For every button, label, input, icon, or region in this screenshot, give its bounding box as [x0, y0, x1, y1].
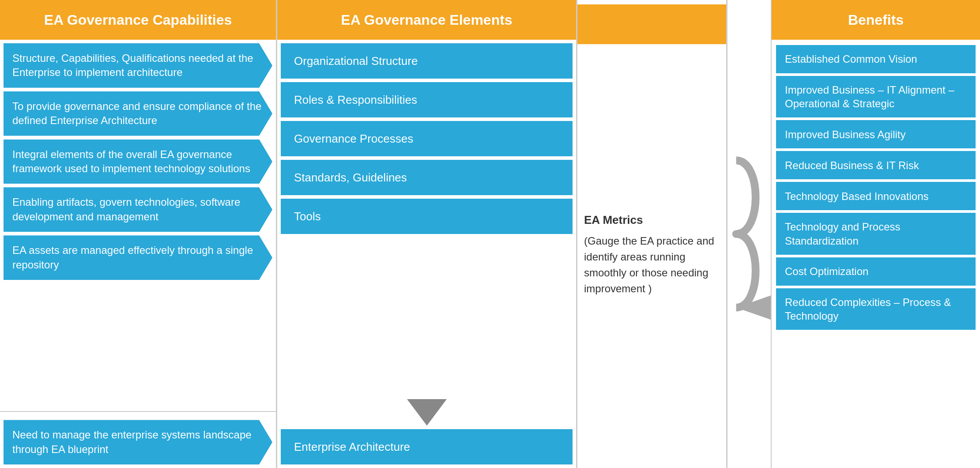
element-item-0: Organizational Structure: [281, 43, 573, 79]
benefit-item-1: Improved Business – IT Alignment – Opera…: [776, 76, 976, 117]
capability-item-1: To provide governance and ensure complia…: [4, 91, 272, 136]
metrics-content: EA Metrics (Gauge the EA practice and id…: [577, 44, 726, 464]
benefit-item-4: Technology Based Innovations: [776, 182, 976, 210]
benefits-title: Benefits: [848, 12, 904, 28]
element-item-4: Tools: [281, 199, 573, 234]
metrics-description: (Gauge the EA practice and identify area…: [584, 233, 720, 297]
benefits-body: Established Common VisionImproved Busine…: [772, 40, 980, 468]
benefit-item-0: Established Common Vision: [776, 45, 976, 73]
benefit-item-7: Reduced Complexities – Process & Technol…: [776, 288, 976, 330]
capability-item-4: EA assets are managed effectively throug…: [4, 235, 272, 280]
benefit-item-5: Technology and Process Standardization: [776, 213, 976, 254]
metrics-title: EA Metrics: [584, 211, 720, 229]
element-item-enterprise: Enterprise Architecture: [281, 429, 573, 464]
capabilities-lower-section: Need to manage the enterprise systems la…: [0, 411, 276, 468]
element-item-1: Roles & Responsibilities: [281, 82, 573, 117]
elements-header: EA Governance Elements: [277, 0, 576, 40]
capability-item-3: Enabling artifacts, govern technologies,…: [4, 187, 272, 232]
benefits-header: Benefits: [772, 0, 980, 40]
capabilities-column: EA Governance Capabilities Structure, Ca…: [0, 0, 277, 468]
elements-bottom-area: Enterprise Architecture: [277, 390, 576, 468]
elements-column: EA Governance Elements Organizational St…: [277, 0, 577, 468]
benefit-item-6: Cost Optimization: [776, 257, 976, 286]
capabilities-upper-items: Structure, Capabilities, Qualifications …: [0, 40, 276, 411]
capability-item-lower: Need to manage the enterprise systems la…: [4, 420, 272, 464]
main-container: EA Governance Capabilities Structure, Ca…: [0, 0, 980, 468]
capability-item-2: Integral elements of the overall EA gove…: [4, 140, 272, 184]
curved-arrow-container: [727, 0, 772, 468]
capability-item-0: Structure, Capabilities, Qualifications …: [4, 43, 272, 88]
benefit-item-3: Reduced Business & IT Risk: [776, 151, 976, 179]
elements-title: EA Governance Elements: [341, 12, 512, 28]
metrics-column: EA Metrics (Gauge the EA practice and id…: [577, 0, 727, 468]
benefit-item-2: Improved Business Agility: [776, 120, 976, 148]
capabilities-inner: Structure, Capabilities, Qualifications …: [0, 40, 276, 468]
capabilities-title: EA Governance Capabilities: [44, 12, 232, 28]
capabilities-header: EA Governance Capabilities: [0, 0, 276, 40]
element-item-2: Governance Processes: [281, 121, 573, 156]
curved-arrow-icon: [727, 146, 771, 322]
metrics-header-bg: [577, 4, 726, 44]
benefits-column: Benefits Established Common VisionImprov…: [772, 0, 980, 468]
arrow-down-icon: [407, 399, 447, 426]
elements-upper-items: Organizational StructureRoles & Responsi…: [277, 40, 576, 390]
elements-inner: Organizational StructureRoles & Responsi…: [277, 40, 576, 468]
metrics-box: EA Metrics (Gauge the EA practice and id…: [584, 211, 720, 297]
element-item-3: Standards, Guidelines: [281, 160, 573, 195]
